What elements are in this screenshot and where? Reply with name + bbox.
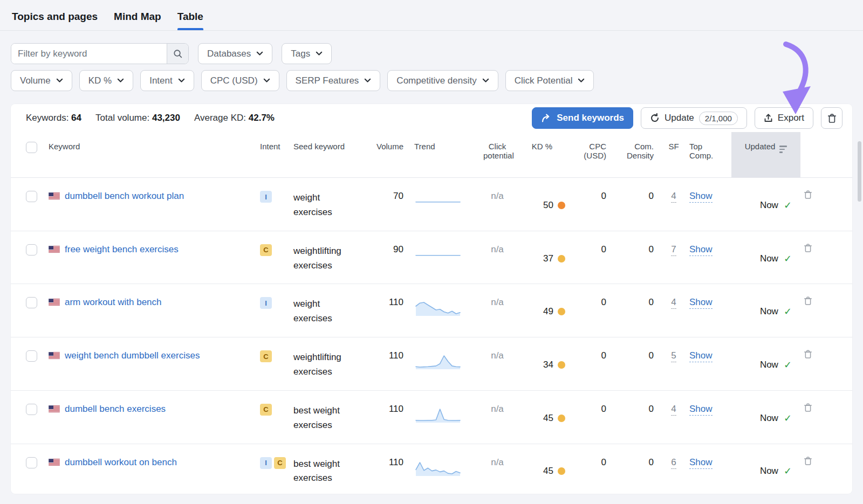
volume-cell: 110 [370,444,411,494]
col-top-comp: Top Comp. [686,132,720,177]
filter-competitive-density[interactable]: Competitive density [387,70,498,91]
row-checkbox[interactable] [26,244,37,256]
update-button[interactable]: Update 2/1,000 [641,107,747,129]
top-comp-cell: Show [686,444,731,494]
us-flag-icon [49,459,60,466]
intent-cell: C [257,337,290,390]
keyword-link[interactable]: dumbell bench exercises [65,404,166,415]
row-checkbox[interactable] [26,350,37,362]
keyword-cell: arm workout with bench [45,284,257,337]
search-icon[interactable] [167,44,188,64]
sf-count-link[interactable]: 7 [671,244,676,256]
chevron-down-icon [263,78,270,83]
top-comp-cell: Show [686,231,731,284]
row-checkbox[interactable] [26,191,37,202]
keyword-link[interactable]: weight bench dumbbell exercises [65,350,200,361]
seed-keyword-cell: best weight exercises [290,391,370,444]
show-competitors-link[interactable]: Show [689,244,713,256]
filter-kd[interactable]: KD % [79,70,133,91]
keyword-filter-input[interactable] [11,44,167,64]
filter-tags[interactable]: Tags [282,43,332,64]
check-icon: ✓ [784,199,792,211]
click-potential-cell: n/a [471,178,523,231]
filter-row-2: VolumeKD %IntentCPC (USD)SERP FeaturesCo… [11,70,863,91]
tab-topics-and-pages[interactable]: Topics and pages [12,11,98,30]
row-checkbox-cell [11,391,45,444]
chevron-down-icon [256,51,263,56]
row-checkbox[interactable] [26,457,37,468]
keyword-cell: dumbell bench exercises [45,391,257,444]
kd-cell: 50 [523,178,571,231]
com-density-cell: 0 [614,391,661,444]
tab-table[interactable]: Table [177,11,203,30]
check-icon: ✓ [784,253,792,265]
check-icon: ✓ [784,359,792,371]
tab-mind-map[interactable]: Mind Map [114,11,161,30]
cpc-cell: 0 [571,444,614,494]
top-comp-cell: Show [686,391,731,444]
sort-descending-icon [779,146,787,153]
row-trash-icon[interactable] [804,245,812,255]
intent-cell: C [257,231,290,284]
row-trash-icon[interactable] [804,458,812,468]
row-trash-icon[interactable] [804,404,812,415]
total-volume: Total volume: 43,230 [95,113,180,123]
sf-count-link[interactable]: 4 [671,191,676,203]
trend-sparkline [411,444,471,494]
send-keywords-button[interactable]: Send keywords [532,107,633,129]
col-seed-keyword: Seed keyword [290,132,350,177]
show-competitors-link[interactable]: Show [689,297,713,309]
toolbar-buttons: Send keywords Update 2/1,000 Export [532,107,843,129]
volume-cell: 110 [370,337,411,390]
row-checkbox[interactable] [26,404,37,415]
us-flag-icon [49,192,60,199]
volume-cell: 110 [370,284,411,337]
top-comp-cell: Show [686,337,731,390]
sf-count-link[interactable]: 4 [671,297,676,309]
delete-all-button[interactable] [821,107,843,129]
show-competitors-link[interactable]: Show [689,457,713,469]
tab-bar: Topics and pages Mind Map Table [0,0,863,31]
keyword-link[interactable]: dumbbell workout on bench [65,457,177,468]
keyword-link[interactable]: arm workout with bench [65,297,162,308]
row-trash-icon[interactable] [804,298,812,308]
refresh-icon [650,113,660,123]
filter-databases[interactable]: Databases [198,43,272,64]
select-all-checkbox[interactable] [26,142,37,153]
filter-intent[interactable]: Intent [140,70,194,91]
show-competitors-link[interactable]: Show [689,191,713,203]
us-flag-icon [49,352,60,359]
keyword-link[interactable]: free weight bench exercises [65,244,179,255]
volume-cell: 110 [370,391,411,444]
serp-features-cell: 4 [661,178,686,231]
sf-count-link[interactable]: 5 [671,350,676,362]
sf-count-link[interactable]: 6 [671,457,676,469]
filter-click-potential[interactable]: Click Potential [505,70,594,91]
cpc-cell: 0 [571,178,614,231]
volume-cell: 90 [370,231,411,284]
filter-cpc-usd[interactable]: CPC (USD) [201,70,279,91]
show-competitors-link[interactable]: Show [689,404,713,416]
table-row: dumbell bench exercisesCbest weight exer… [11,391,852,444]
row-trash-icon[interactable] [804,351,812,361]
serp-features-cell: 7 [661,231,686,284]
col-updated-sort[interactable]: Updated [731,132,800,177]
us-flag-icon [49,299,60,306]
row-delete-cell [800,284,822,337]
sf-count-link[interactable]: 4 [671,404,676,416]
row-checkbox[interactable] [26,297,37,308]
click-potential-cell: n/a [471,391,523,444]
export-button[interactable]: Export [755,107,813,129]
filter-dropdowns-1: DatabasesTags [198,43,332,64]
row-trash-icon[interactable] [804,191,812,202]
kd-difficulty-dot [558,308,565,315]
show-competitors-link[interactable]: Show [689,350,713,362]
vertical-scrollbar-thumb[interactable] [858,141,861,202]
trend-sparkline [411,178,471,231]
com-density-cell: 0 [614,178,661,231]
kd-difficulty-dot [558,202,565,209]
keyword-link[interactable]: dumbbell bench workout plan [65,191,184,202]
table-row: weight bench dumbbell exercisesCweightli… [11,337,852,391]
filter-volume[interactable]: Volume [11,70,72,91]
filter-serp-features[interactable]: SERP Features [286,70,381,91]
